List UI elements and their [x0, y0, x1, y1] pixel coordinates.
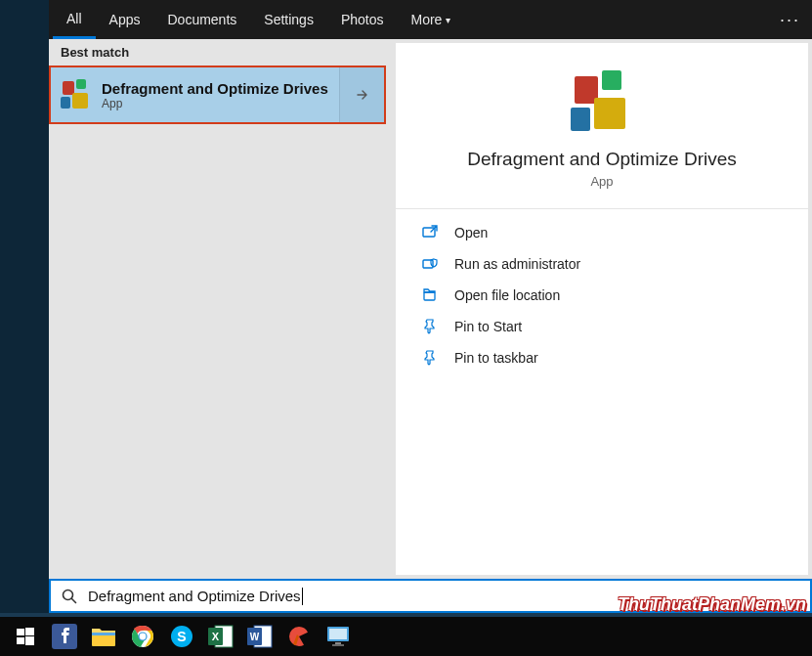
search-input[interactable]: Defragment and Optimize Drives	[88, 588, 301, 604]
best-match-text: Defragment and Optimize Drives App	[102, 80, 328, 110]
action-open-file-location-label: Open file location	[454, 287, 560, 303]
detail-hero: Defragment and Optimize Drives App	[396, 43, 808, 209]
defrag-icon	[571, 70, 633, 133]
tab-apps[interactable]: Apps	[96, 0, 154, 39]
action-open-label: Open	[454, 225, 488, 241]
text-cursor	[302, 588, 303, 605]
svg-rect-5	[25, 628, 34, 635]
taskbar-chrome[interactable]	[123, 617, 162, 656]
taskbar-excel[interactable]: X	[201, 617, 240, 656]
svg-rect-7	[25, 636, 34, 645]
best-match-main[interactable]: Defragment and Optimize Drives App	[51, 67, 339, 122]
taskbar: S X W	[0, 617, 812, 656]
svg-text:X: X	[212, 631, 220, 642]
action-run-as-admin-label: Run as administrator	[454, 256, 580, 272]
skype-icon: S	[170, 625, 193, 648]
taskbar-ccleaner[interactable]	[279, 617, 319, 656]
tab-documents[interactable]: Documents	[153, 0, 250, 39]
word-icon: W	[247, 625, 273, 648]
search-icon	[61, 588, 78, 605]
start-search-panel: All Apps Documents Settings Photos More▾…	[49, 0, 812, 579]
svg-rect-10	[92, 633, 115, 635]
tab-all-label: All	[66, 11, 82, 26]
tab-all[interactable]: All	[53, 0, 96, 39]
best-match-subtitle: App	[102, 97, 328, 110]
windows-icon	[17, 628, 34, 645]
svg-rect-6	[17, 637, 24, 644]
search-filter-tabs: All Apps Documents Settings Photos More▾…	[49, 0, 812, 39]
detail-actions: Open Run as administrator Open file loca…	[396, 209, 808, 381]
action-pin-to-taskbar[interactable]: Pin to taskbar	[396, 342, 808, 373]
search-panel-body: Best match Defragment and Opt	[49, 39, 812, 579]
chevron-down-icon: ▾	[446, 15, 450, 25]
tab-documents-label: Documents	[167, 12, 236, 27]
best-match-title: Defragment and Optimize Drives	[102, 80, 328, 97]
desktop-left-strip	[0, 0, 49, 613]
svg-text:S: S	[177, 629, 186, 644]
taskbar-app-generic[interactable]	[319, 617, 358, 656]
results-column: Best match Defragment and Opt	[49, 39, 386, 579]
pin-icon	[419, 316, 441, 337]
action-pin-to-start-label: Pin to Start	[454, 319, 522, 334]
action-pin-to-start[interactable]: Pin to Start	[396, 311, 808, 342]
svg-rect-24	[335, 642, 341, 644]
shield-icon	[419, 253, 441, 275]
facebook-icon	[52, 624, 77, 649]
svg-rect-23	[329, 629, 347, 639]
folder-icon	[91, 626, 116, 647]
detail-column: Defragment and Optimize Drives App Open	[396, 43, 808, 575]
svg-rect-25	[332, 644, 344, 646]
svg-rect-2	[424, 292, 435, 300]
tab-settings[interactable]: Settings	[250, 0, 327, 39]
action-run-as-admin[interactable]: Run as administrator	[396, 248, 808, 280]
arrow-right-icon	[355, 87, 370, 103]
tab-more-label: More	[410, 12, 442, 27]
ccleaner-icon	[287, 625, 311, 648]
svg-rect-4	[17, 629, 24, 635]
best-match-heading: Best match	[49, 39, 386, 66]
tab-more[interactable]: More▾	[397, 0, 464, 39]
tab-photos[interactable]: Photos	[327, 0, 398, 39]
tab-photos-label: Photos	[341, 12, 384, 27]
action-open[interactable]: Open	[396, 217, 808, 248]
detail-subtitle: App	[590, 174, 613, 189]
svg-point-13	[140, 634, 147, 640]
tab-settings-label: Settings	[264, 12, 314, 27]
watermark-text: ThuThuatPhanMem.vn	[618, 594, 806, 615]
svg-text:W: W	[250, 632, 260, 642]
tab-apps-label: Apps	[109, 12, 141, 27]
taskbar-skype[interactable]: S	[162, 617, 201, 656]
taskbar-word[interactable]: W	[240, 617, 279, 656]
action-pin-to-taskbar-label: Pin to taskbar	[454, 350, 538, 366]
taskbar-file-explorer[interactable]	[84, 617, 123, 656]
defrag-icon	[61, 79, 92, 110]
best-match-expand-button[interactable]	[339, 67, 384, 122]
taskbar-facebook[interactable]	[45, 617, 84, 656]
tabs-overflow-button[interactable]: ···	[780, 0, 800, 39]
open-icon	[419, 222, 441, 243]
excel-icon: X	[208, 625, 234, 648]
folder-icon	[419, 284, 441, 306]
action-open-file-location[interactable]: Open file location	[396, 280, 808, 311]
detail-title: Defragment and Optimize Drives	[467, 149, 737, 170]
start-button[interactable]	[6, 617, 45, 656]
chrome-icon	[131, 625, 154, 648]
monitor-icon	[326, 626, 350, 647]
best-match-item[interactable]: Defragment and Optimize Drives App	[49, 66, 386, 124]
pin-icon	[419, 347, 441, 369]
